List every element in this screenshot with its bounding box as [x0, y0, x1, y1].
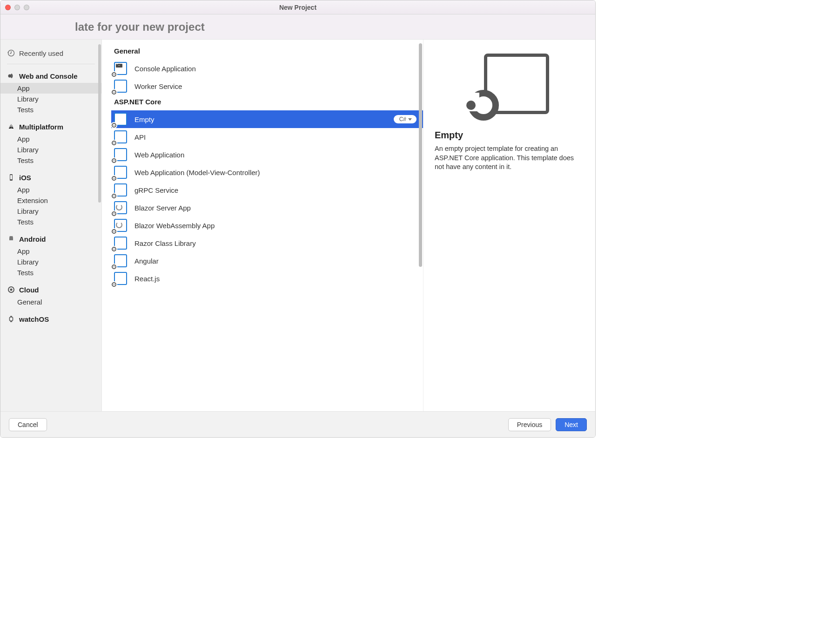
svg-rect-3	[10, 175, 12, 179]
template-blazor-wasm[interactable]: Blazor WebAssembly App	[111, 217, 423, 234]
box-template-icon	[114, 148, 127, 161]
sidebar-item-tests[interactable]: Tests	[0, 267, 101, 278]
sidebar-group-android: Android App Library Tests	[0, 232, 101, 278]
sidebar-header-web-and-console[interactable]: Web and Console	[0, 69, 101, 83]
svg-rect-9	[10, 316, 12, 317]
sidebar-group-ios: iOS App Extension Library Tests	[0, 170, 101, 227]
language-selector[interactable]: C#	[394, 115, 417, 123]
sidebar-item-app[interactable]: App	[0, 246, 101, 257]
previous-button[interactable]: Previous	[508, 418, 551, 431]
sidebar-item-tests[interactable]: Tests	[0, 217, 101, 227]
blazor-template-icon	[114, 201, 127, 214]
titlebar: New Project	[0, 0, 595, 14]
dotnet-icon	[7, 72, 15, 80]
window-title: New Project	[0, 4, 595, 11]
chevron-down-icon	[408, 118, 412, 121]
box-template-icon	[114, 272, 127, 285]
template-empty[interactable]: Empty C#	[111, 110, 423, 128]
template-label: Razor Class Library	[134, 239, 417, 247]
template-api[interactable]: API	[111, 128, 423, 146]
sidebar-item-app[interactable]: App	[0, 134, 101, 144]
sidebar-item-extension[interactable]: Extension	[0, 195, 101, 206]
sidebar-item-library[interactable]: Library	[0, 94, 101, 104]
sidebar-item-library[interactable]: Library	[0, 257, 101, 267]
wizard-body: Recently used Web and Console App Librar…	[0, 40, 595, 411]
svg-rect-10	[10, 321, 12, 322]
sidebar-header-ios[interactable]: iOS	[0, 170, 101, 184]
detail-description: An empty project template for creating a…	[435, 144, 584, 172]
sidebar-item-tests[interactable]: Tests	[0, 104, 101, 115]
wizard-footer: Cancel Previous Next	[0, 411, 595, 437]
wizard-header: late for your new project	[0, 14, 595, 40]
box-template-icon	[114, 183, 127, 197]
template-grpc-service[interactable]: gRPC Service	[111, 181, 423, 199]
template-label: gRPC Service	[134, 186, 417, 194]
template-scrollbar[interactable]	[419, 43, 422, 267]
sidebar-header-label: Android	[19, 235, 46, 243]
sidebar-header-cloud[interactable]: Cloud	[0, 283, 101, 297]
sidebar-item-library[interactable]: Library	[0, 206, 101, 217]
blazor-template-icon	[114, 219, 127, 232]
wizard-header-text: late for your new project	[75, 20, 205, 34]
box-template-icon	[114, 130, 127, 143]
template-reactjs[interactable]: React.js	[111, 270, 423, 287]
template-label: Console Application	[134, 65, 417, 73]
sidebar-recently-used[interactable]: Recently used	[7, 45, 95, 64]
sidebar-header-multiplatform[interactable]: Multiplatform	[0, 120, 101, 134]
minimize-window-button[interactable]	[14, 5, 20, 10]
sidebar-group-multiplatform: Multiplatform App Library Tests	[0, 120, 101, 166]
sidebar-header-label: Cloud	[19, 286, 39, 294]
template-label: Angular	[134, 257, 417, 265]
sidebar-item-tests[interactable]: Tests	[0, 155, 101, 166]
iphone-icon	[7, 173, 15, 182]
sidebar-header-label: iOS	[19, 174, 31, 182]
template-label: Empty	[134, 115, 386, 123]
template-group-aspnet-core: ASP.NET Core	[111, 95, 423, 110]
template-list: General Console Application Worker Servi…	[102, 40, 423, 411]
template-console-application[interactable]: Console Application	[111, 60, 423, 77]
box-template-icon	[114, 166, 127, 179]
template-angular[interactable]: Angular	[111, 252, 423, 270]
template-label: Blazor Server App	[134, 204, 417, 212]
template-web-application[interactable]: Web Application	[111, 146, 423, 163]
android-icon	[7, 235, 15, 243]
template-large-icon	[470, 54, 549, 119]
recently-used-label: Recently used	[19, 49, 63, 57]
svg-point-7	[10, 289, 13, 291]
template-worker-service[interactable]: Worker Service	[111, 77, 423, 95]
sidebar-header-android[interactable]: Android	[0, 232, 101, 246]
template-label: Web Application	[134, 151, 417, 159]
template-label: Blazor WebAssembly App	[134, 222, 417, 230]
sidebar-header-label: watchOS	[19, 315, 49, 323]
multiplatform-icon	[7, 122, 15, 131]
sidebar-item-app[interactable]: App	[0, 184, 101, 195]
box-template-icon	[114, 80, 127, 93]
template-label: React.js	[134, 275, 417, 283]
cloud-icon	[7, 285, 15, 294]
detail-title: Empty	[435, 130, 584, 141]
sidebar-header-watchos[interactable]: watchOS	[0, 312, 101, 326]
sidebar-item-app[interactable]: App	[0, 83, 101, 94]
template-group-general: General	[111, 44, 423, 60]
box-template-icon	[114, 237, 127, 250]
cancel-button[interactable]: Cancel	[9, 418, 47, 431]
console-template-icon	[114, 62, 127, 75]
sidebar-item-library[interactable]: Library	[0, 144, 101, 155]
sidebar-scrollbar[interactable]	[98, 44, 101, 203]
template-razor-class-library[interactable]: Razor Class Library	[111, 234, 423, 252]
svg-point-1	[8, 75, 12, 78]
sidebar-group-watchos: watchOS	[0, 312, 101, 326]
zoom-window-button[interactable]	[24, 5, 29, 10]
sidebar-header-label: Web and Console	[19, 72, 78, 80]
traffic-lights	[5, 5, 29, 10]
close-window-button[interactable]	[5, 5, 11, 10]
watch-icon	[7, 315, 15, 323]
sidebar-item-general[interactable]: General	[0, 297, 101, 307]
clock-back-icon	[7, 49, 15, 57]
template-web-application-mvc[interactable]: Web Application (Model-View-Controller)	[111, 163, 423, 181]
next-button[interactable]: Next	[556, 418, 587, 431]
sidebar-group-cloud: Cloud General	[0, 283, 101, 307]
template-label: API	[134, 133, 417, 141]
template-blazor-server[interactable]: Blazor Server App	[111, 199, 423, 217]
new-project-window: New Project late for your new project Re…	[0, 0, 596, 438]
